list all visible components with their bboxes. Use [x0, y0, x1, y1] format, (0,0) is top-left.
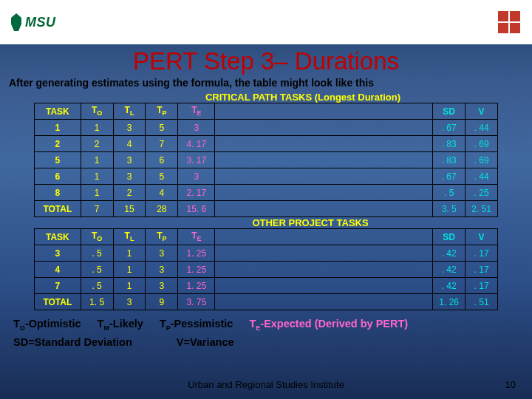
cell-task: 7	[35, 278, 81, 294]
cell-tp: 9	[146, 294, 178, 310]
cell-to: 7	[81, 201, 113, 217]
cell-tp: 5	[146, 168, 178, 185]
cell-te: 15. 6	[178, 201, 215, 217]
col-tl: TL	[113, 103, 146, 120]
cell-v: . 69	[466, 136, 498, 152]
other-table: TASK TO TL TP TE SD V 3. 5131. 25. 42. 1…	[34, 228, 498, 310]
cell-v: . 69	[466, 152, 498, 168]
cell-tl: 3	[113, 294, 146, 310]
cell-v: . 17	[466, 245, 498, 262]
cell-tp: 3	[146, 278, 178, 294]
legend-sd: SD=Standard Deviation	[13, 336, 132, 348]
table-row: TOTAL7152815. 63. 52. 51	[35, 201, 498, 217]
col-tp: TP	[146, 103, 178, 120]
cell-to: 1	[81, 185, 113, 201]
cell-te: 1. 25	[178, 278, 215, 294]
other-banner: OTHER PROJECT TASKS	[34, 217, 498, 228]
gap-cell	[215, 245, 433, 262]
cell-tp: 3	[146, 245, 178, 262]
cell-sd: . 42	[433, 262, 466, 278]
col-sd: SD	[433, 103, 466, 120]
gap-cell	[215, 120, 433, 136]
cell-to: 1	[81, 168, 113, 185]
cell-te: 3	[178, 120, 215, 136]
critical-table: TASK TO TL TP TE SD V 11353. 67. 4422474…	[34, 103, 498, 217]
cell-task: 8	[35, 185, 81, 201]
table-row: 11353. 67. 44	[35, 120, 498, 136]
cell-tp: 7	[146, 136, 178, 152]
col-to: TO	[81, 103, 113, 120]
cell-task: 3	[35, 245, 81, 262]
cell-tl: 3	[113, 120, 146, 136]
table-row: 22474. 17. 83. 69	[35, 136, 498, 152]
cell-to: . 5	[81, 262, 113, 278]
spartan-icon	[9, 13, 24, 31]
gap-cell	[215, 185, 433, 201]
table-row: 4. 5131. 25. 42. 17	[35, 262, 498, 278]
gap-cell	[215, 262, 433, 278]
cell-v: 2. 51	[466, 201, 498, 217]
cell-task: 2	[35, 136, 81, 152]
table-row: 61353. 67. 44	[35, 168, 498, 185]
header-row: TASK TO TL TP TE SD V	[35, 103, 498, 120]
gap-cell	[215, 278, 433, 294]
gap-cell	[215, 136, 433, 152]
cell-sd: . 83	[433, 152, 466, 168]
col-to: TO	[81, 229, 113, 245]
table-row: 7. 5131. 25. 42. 17	[35, 278, 498, 294]
cell-to: 1	[81, 120, 113, 136]
cell-te: 2. 17	[178, 185, 215, 201]
col-task: TASK	[35, 229, 81, 245]
critical-banner: CRITICAL PATH TASKS (Longest Duration)	[34, 92, 498, 103]
cell-v: . 17	[466, 278, 498, 294]
msu-text: MSU	[25, 15, 56, 30]
col-v: V	[466, 229, 498, 245]
legend: TO-Optimistic TM-Likely TP-Pessimistic T…	[0, 310, 532, 348]
slide-title: PERT Step 3– Durations	[0, 47, 532, 75]
gap-cell	[215, 103, 433, 120]
cell-v: . 51	[466, 294, 498, 310]
col-tl: TL	[113, 229, 146, 245]
cell-tl: 2	[113, 185, 146, 201]
cell-sd: . 5	[433, 185, 466, 201]
col-task: TASK	[35, 103, 81, 120]
cell-v: . 25	[466, 185, 498, 201]
gap-cell	[215, 168, 433, 185]
cell-sd: . 67	[433, 168, 466, 185]
legend-tm: TM-Likely	[98, 318, 143, 332]
legend-v: V=Variance	[177, 336, 234, 348]
cell-tp: 5	[146, 120, 178, 136]
cell-tl: 3	[113, 168, 146, 185]
cell-tp: 3	[146, 262, 178, 278]
cell-tp: 6	[146, 152, 178, 168]
page-number: 10	[505, 379, 516, 390]
header-bar: MSU	[0, 0, 532, 44]
slide-subtitle: After generating estimates using the for…	[0, 77, 532, 92]
cell-te: 1. 25	[178, 245, 215, 262]
col-tp: TP	[146, 229, 178, 245]
cell-tl: 1	[113, 262, 146, 278]
pert-table: CRITICAL PATH TASKS (Longest Duration) T…	[0, 92, 532, 310]
legend-tp: TP-Pessimistic	[160, 318, 233, 332]
cell-te: 3	[178, 168, 215, 185]
cell-task: 1	[35, 120, 81, 136]
cell-sd: . 42	[433, 278, 466, 294]
cell-tl: 15	[113, 201, 146, 217]
cell-to: . 5	[81, 245, 113, 262]
cell-tp: 28	[146, 201, 178, 217]
footer-institute: Urban and Regional Studies Institute	[0, 379, 532, 390]
cell-te: 3. 17	[178, 152, 215, 168]
cell-sd: . 42	[433, 245, 466, 262]
cell-tl: 1	[113, 278, 146, 294]
msu-logo: MSU	[9, 13, 56, 31]
cell-to: 1. 5	[81, 294, 113, 310]
cell-task: 5	[35, 152, 81, 168]
col-v: V	[466, 103, 498, 120]
cell-task: 4	[35, 262, 81, 278]
cell-tl: 4	[113, 136, 146, 152]
col-te: TE	[178, 103, 215, 120]
table-row: 51363. 17. 83. 69	[35, 152, 498, 168]
legend-to: TO-Optimistic	[13, 318, 81, 332]
table-row: 81242. 17. 5. 25	[35, 185, 498, 201]
cell-sd: . 83	[433, 136, 466, 152]
